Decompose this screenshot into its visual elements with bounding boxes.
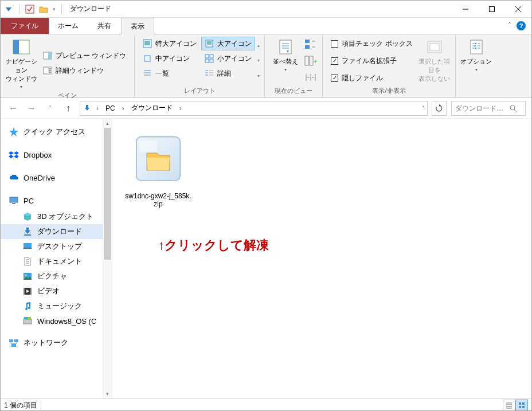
svg-point-44 (510, 105, 515, 110)
svg-point-41 (474, 45, 475, 46)
tree-downloads[interactable]: ダウンロード (1, 224, 103, 239)
group-by-button[interactable] (304, 38, 318, 50)
tree-desktop[interactable]: デスクトップ (1, 239, 103, 254)
hidden-items-toggle[interactable]: 隠しファイル (327, 71, 416, 85)
svg-rect-67 (522, 402, 525, 405)
item-checkboxes-toggle[interactable]: 項目チェック ボックス (327, 37, 416, 50)
tree-music[interactable]: ミュージック (1, 299, 103, 314)
scroll-up-icon[interactable]: ▴ (103, 119, 112, 128)
tree-scrollbar[interactable]: ▴ ▾ (103, 119, 112, 398)
recent-dropdown[interactable]: ˅ (43, 101, 57, 115)
tree-os-drive[interactable]: Windows8_OS (C (1, 314, 103, 328)
options-button[interactable]: オプション ▾ (460, 37, 492, 87)
ribbon-group-options: オプション ▾ (456, 34, 497, 97)
maximize-button[interactable] (479, 1, 505, 18)
layout-more-icon[interactable]: ▾ (257, 73, 260, 79)
svg-rect-2 (490, 6, 495, 11)
crumb-pc[interactable]: PC (103, 104, 118, 112)
layout-scroll-up-icon[interactable]: ▴ (257, 43, 260, 48)
ribbon-group-current-view: 並べ替え ▾ 現在のビュー (265, 34, 323, 97)
svg-rect-47 (12, 203, 15, 204)
tree-quick-access[interactable]: クイック アクセス (1, 123, 103, 140)
tree-3d-objects[interactable]: 3D オブジェクト (1, 209, 103, 224)
file-list-pane[interactable]: sw1dnc-gxw2-j_585k.zip ↑クリックして解凍 (112, 119, 531, 398)
sort-button[interactable]: 並べ替え ▾ (269, 37, 302, 85)
scroll-down-icon[interactable]: ▾ (103, 389, 112, 398)
search-input[interactable] (455, 104, 507, 112)
layout-scroll-down-icon[interactable]: ▾ (257, 58, 260, 63)
tree-documents[interactable]: ドキュメント (1, 254, 103, 269)
forward-button[interactable]: → (25, 101, 38, 115)
svg-rect-60 (9, 339, 13, 342)
svg-rect-15 (144, 41, 150, 45)
layout-m-icons[interactable]: 中アイコン (139, 52, 200, 65)
add-columns-button[interactable] (304, 55, 318, 66)
layout-xl-icons[interactable]: 特大アイコン (139, 37, 200, 50)
layout-list[interactable]: 一覧 (139, 66, 200, 80)
back-button[interactable]: ← (6, 101, 20, 115)
crumb-root-caret[interactable]: › (94, 104, 101, 112)
svg-rect-61 (14, 339, 18, 342)
tree-dropbox[interactable]: Dropbox (1, 146, 103, 163)
title-bar: ▾ ダウンロード (1, 1, 531, 18)
help-icon[interactable]: ? (517, 21, 526, 30)
icons-view-toggle[interactable] (515, 400, 528, 411)
layout-s-icons[interactable]: 小アイコン (201, 52, 255, 65)
tree-onedrive[interactable]: OneDrive (1, 169, 103, 186)
close-button[interactable] (505, 1, 531, 18)
hide-selected-button[interactable]: 選択した項目を 表示しない (418, 37, 451, 85)
crumb-pc-caret[interactable]: › (120, 104, 127, 112)
tab-file[interactable]: ファイル (1, 18, 49, 34)
ribbon-group-showhide-label: 表示/非表示 (327, 85, 450, 97)
svg-rect-46 (10, 197, 18, 202)
size-columns-button[interactable] (304, 72, 318, 83)
up-button[interactable]: ↑ (61, 101, 75, 115)
svg-rect-48 (26, 228, 29, 231)
tab-share[interactable]: 共有 (88, 18, 121, 34)
search-box[interactable] (451, 101, 526, 116)
svg-point-53 (25, 275, 27, 276)
tree-videos[interactable]: ビデオ (1, 284, 103, 299)
address-bar-row: ← → ˅ ↑ › PC › ダウンロード › ˅ (1, 98, 531, 119)
details-view-toggle[interactable] (503, 400, 515, 411)
breadcrumb[interactable]: › PC › ダウンロード › ˅ (80, 101, 428, 116)
file-item-zip[interactable]: sw1dnc-gxw2-j_585k.zip (124, 130, 193, 208)
svg-rect-32 (280, 40, 291, 54)
qat-dropdown-icon[interactable]: ▾ (53, 6, 56, 12)
file-extensions-toggle[interactable]: ファイル名拡張子 (327, 54, 416, 68)
ribbon-tabs: ファイル ホーム 共有 表示 ˆ ? (1, 18, 531, 34)
search-icon[interactable] (509, 104, 517, 112)
down-arrow-icon[interactable] (4, 5, 13, 14)
tree-pc[interactable]: PC (1, 192, 103, 209)
zip-file-icon (130, 130, 187, 187)
tab-view[interactable]: 表示 (121, 18, 154, 34)
navigation-pane-button[interactable]: ナビゲーション ウィンドウ ▾ (5, 37, 37, 89)
crumb-downloads[interactable]: ダウンロード (129, 103, 175, 113)
preview-pane-button[interactable]: プレビュー ウィンドウ (40, 49, 130, 62)
refresh-button[interactable] (432, 101, 447, 116)
details-pane-button[interactable]: 詳細ウィンドウ (40, 64, 130, 77)
ribbon-caret-icon[interactable]: ˆ (508, 22, 511, 30)
folder-qat-icon[interactable] (39, 5, 48, 14)
crumb-downloads-caret[interactable]: › (177, 104, 184, 112)
navigation-tree-pane: クイック アクセス Dropbox OneDrive PC 3D オブジェクト (1, 119, 112, 398)
layout-l-icons[interactable]: 大アイコン (201, 37, 255, 50)
svg-rect-49 (24, 234, 31, 236)
address-dropdown-icon[interactable]: ˅ (422, 105, 425, 111)
svg-rect-18 (144, 56, 150, 61)
svg-rect-6 (13, 40, 19, 54)
tree-network[interactable]: ネットワーク (1, 334, 103, 351)
tree-pictures[interactable]: ピクチャ (1, 269, 103, 284)
explorer-body: クイック アクセス Dropbox OneDrive PC 3D オブジェクト (1, 119, 531, 398)
quick-access-toolbar: ▾ (1, 4, 66, 14)
svg-rect-51 (24, 248, 32, 249)
svg-rect-8 (48, 52, 52, 59)
properties-qat-icon[interactable] (25, 5, 34, 14)
scroll-thumb[interactable] (104, 128, 111, 260)
layout-details[interactable]: 詳細 (201, 66, 255, 80)
minimize-button[interactable] (452, 1, 479, 18)
svg-rect-35 (305, 56, 308, 65)
svg-rect-38 (430, 44, 439, 50)
tab-home[interactable]: ホーム (49, 18, 88, 34)
svg-rect-59 (28, 317, 31, 319)
